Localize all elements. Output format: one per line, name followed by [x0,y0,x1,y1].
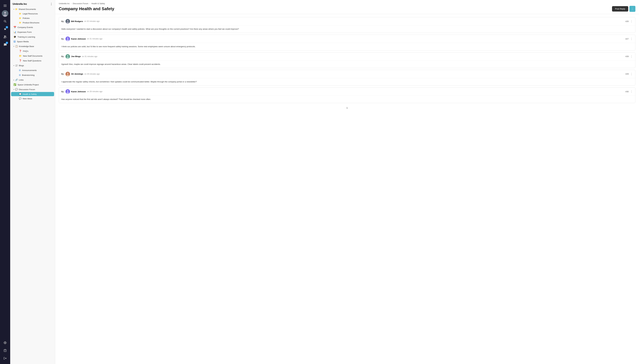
svg-point-6 [4,20,6,22]
more-options-button[interactable]: ⋮ [629,6,635,12]
svg-point-32 [67,92,69,94]
post-more-button[interactable]: ⋮ [630,90,633,93]
sidebar-item-brainstorming[interactable]: ⊞ Brainstorming [11,73,54,77]
avatar [66,19,70,24]
sidebar-item-label: FAQ's [23,50,28,52]
sidebar-item-company-events[interactable]: 📅 Company Events [11,25,54,30]
sidebar-item-label: Knowledge Base [19,45,34,48]
post-time: on 28 minutes ago [87,90,103,92]
training-icon: 🎓 [14,36,16,38]
sidebar-item-legal-resources[interactable]: 📁 Legal Resources [11,12,54,16]
sidebar-item-product-brochures[interactable]: 📁 Product Brochures [11,20,54,25]
post-header: By: Ali Jennings on 29 minutes ago #29 ⋮ [59,70,635,78]
favorites-badge: 0 [6,26,8,28]
sidebar-more-button[interactable]: ⋮ [50,2,53,6]
page-number[interactable]: 1 [346,107,348,109]
svg-line-7 [6,22,6,22]
post-time: on 31 minutes ago [87,38,103,40]
icon-bar: 0 0 [0,0,10,364]
by-label: By: [61,38,64,40]
post-more-button[interactable]: ⋮ [630,20,633,23]
post-author: By: Karen Johnson on 31 minutes ago [61,36,103,41]
post-author-name: Joe Blogs [71,55,81,58]
sidebar-item-new-staff-questions[interactable]: ❓ New Staff Questions [11,58,54,63]
trash-button[interactable] [2,347,9,354]
post-author-name: Ali Jennings [71,73,83,75]
page-title: Company Health and Safety [59,6,114,11]
sidebar-item-label: New Staff Documents [23,55,43,57]
sidebar-item-new-staff-documents[interactable]: 📁 New Staff Documents [11,54,54,58]
post-more-button[interactable]: ⋮ [630,72,633,76]
sidebar-item-shared-documents[interactable]: ▾ 📁 Shared Documents [11,7,54,11]
post-author-name: Karen Johnson [71,38,86,40]
page-title-row: Company Health and Safety Post Reply ⋮ [59,6,635,14]
breadcrumb-workspace[interactable]: Umbrella Inc [59,2,70,5]
svg-point-9 [4,36,5,37]
sidebar-item-expenses-form[interactable]: 📊 Expenses Form [11,30,54,34]
chat-button[interactable]: 0 [2,41,9,48]
post-author: By: Ali Jennings on 29 minutes ago [61,72,100,76]
header-actions: Post Reply ⋮ [612,6,635,12]
sidebar-item-announcements[interactable]: ⊞ Announcements [11,68,54,72]
people-button[interactable] [2,34,9,40]
post-number: #30 [625,90,629,93]
post-time: on 32 minutes ago [84,20,100,22]
sidebar-item-blogs[interactable]: ▾ 📰 Blogs [11,63,54,68]
folder-icon: 📁 [19,12,22,15]
page-header: Umbrella Inc › Discussion Forum › Health… [55,0,639,14]
blog-post-icon: ⊞ [19,69,21,72]
sidebar-item-health-safety[interactable]: 💬 Health & Safety [11,92,54,96]
post-reply-button[interactable]: Post Reply [612,6,628,12]
sidebar-item-space-media[interactable]: 🖼 Space Media [11,40,54,44]
sidebar-item-training-learning[interactable]: 🎓 Training & Learning [11,34,54,39]
post-author: By: Karen Johnson on 28 minutes ago [61,89,103,94]
post-author-name: Karen Johnson [71,90,86,93]
svg-rect-2 [4,6,7,7]
chevron-down-icon: ▾ [14,65,14,66]
project-icon: ✅ [14,83,16,86]
post-body: Hello everyone! I wanted to start a disc… [59,26,635,33]
sidebar-item-space-umbrella-project[interactable]: ✅ Space Umbrella Project [11,82,54,87]
svg-point-26 [67,57,69,58]
svg-point-5 [3,14,7,17]
expenses-icon: 📊 [14,31,16,34]
svg-point-10 [5,36,6,37]
post-author: By: Bill Rodgers on 32 minutes ago [61,19,100,24]
sidebar-item-knowledge-base[interactable]: ▾ 📋 Knowledge Base [11,44,54,48]
chevron-down-icon: ▾ [14,8,14,10]
sidebar-item-label: Policies [23,17,30,19]
sidebar-item-discussion-forum[interactable]: ▾ 💬 Discussion Forum [11,87,54,92]
svg-rect-0 [4,5,7,5]
post-more-button[interactable]: ⋮ [630,55,633,58]
discussion-icon: 💬 [19,97,22,100]
logout-button[interactable] [2,355,9,362]
by-label: By: [61,73,64,75]
svg-point-20 [67,22,69,23]
sidebar-item-faqs[interactable]: ❓ FAQ's [11,49,54,53]
chevron-down-icon: ▾ [14,46,14,47]
post-more-button[interactable]: ⋮ [630,37,633,40]
post-meta: #29 ⋮ [625,72,633,76]
sidebar-item-policies[interactable]: 📁 Policies [11,16,54,20]
svg-point-22 [67,38,69,39]
sidebar: Umbrella Inc ⋮ ▾ 📁 Shared Documents 📁 Le… [10,0,55,364]
sidebar-item-links[interactable]: ▸ 🔗 Links [11,78,54,82]
favorites-button[interactable]: 0 [2,26,9,32]
breadcrumb-forum[interactable]: Discussion Forum [73,2,88,5]
chevron-down-icon: ▾ [14,89,14,90]
sidebar-item-new-ideas[interactable]: 💬 New Ideas [11,96,54,101]
folder-icon: 📁 [19,22,22,24]
svg-point-11 [5,342,6,343]
post-number: #27 [625,38,629,40]
post-header: By: Karen Johnson on 31 minutes ago #27 … [59,35,635,43]
sidebar-item-label: New Staff Questions [23,60,41,62]
svg-point-28 [67,73,69,74]
folder-icon: 📁 [19,17,22,19]
breadcrumb-current: Health & Safety [92,2,105,5]
search-button[interactable] [2,18,9,24]
user-avatar[interactable] [2,10,9,17]
settings-button[interactable] [2,340,9,346]
sidebar-item-label: Space Media [17,40,29,43]
blogs-icon: 📰 [15,64,18,67]
hamburger-menu-button[interactable] [2,2,9,9]
